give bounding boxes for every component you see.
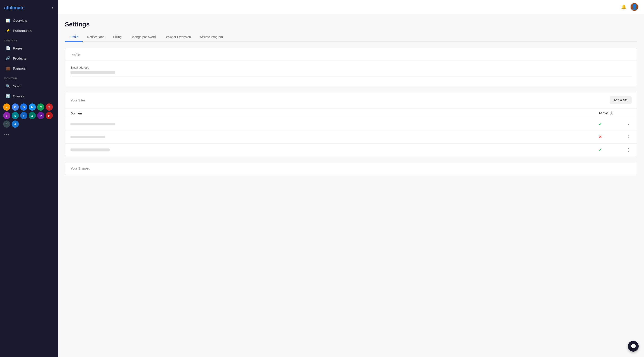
topbar: 🔔 👤: [58, 0, 644, 14]
active-cell: ✓: [593, 118, 620, 131]
partner-icons: aGBNCYVSFZPRJA: [0, 101, 58, 130]
sidebar-item-label: Products: [13, 57, 26, 60]
profile-section-title: Profile: [65, 48, 637, 61]
x-icon: ✕: [598, 135, 602, 139]
page-title: Settings: [65, 21, 637, 28]
sidebar-item-checks[interactable]: 🔄 Checks: [2, 92, 56, 101]
sidebar-item-pages[interactable]: 📄 Pages: [2, 44, 56, 53]
sidebar-item-label: Scan: [13, 84, 20, 88]
partner-icon-s2-partner[interactable]: S: [12, 112, 19, 119]
actions-column-header: [620, 109, 637, 118]
active-cell: ✕: [593, 131, 620, 144]
main-area: 🔔 👤 Settings Profile Notifications Billi…: [58, 0, 644, 357]
sidebar-header: affilimate ‹: [0, 0, 58, 16]
actions-cell: ⋮: [620, 144, 637, 156]
table-row: ✕ ⋮: [65, 131, 637, 144]
check-icon: ✓: [598, 148, 602, 152]
content-section-label: CONTENT: [0, 36, 58, 43]
row-menu-button[interactable]: ⋮: [626, 146, 632, 153]
snippet-section: Your Snippet: [65, 162, 637, 175]
sidebar-item-partners[interactable]: 💼 Partners: [2, 64, 56, 73]
checks-icon: 🔄: [6, 94, 10, 98]
snippet-card: Your Snippet: [65, 162, 637, 175]
sidebar-item-products[interactable]: 🔗 Products: [2, 54, 56, 63]
overview-icon: 📊: [6, 18, 10, 23]
email-form-group: Email address: [70, 66, 632, 76]
tab-browser-extension[interactable]: Browser Extension: [160, 33, 195, 42]
partner-icon-c-partner[interactable]: C: [37, 104, 44, 111]
scan-icon: 🔍: [6, 84, 10, 88]
domain-placeholder: [70, 149, 110, 151]
sidebar-item-label: Performance: [13, 29, 32, 33]
domain-cell: [65, 144, 593, 156]
snippet-title: Your Snippet: [70, 166, 90, 170]
sidebar-item-overview[interactable]: 📊 Overview: [2, 16, 56, 25]
add-site-button[interactable]: Add a site: [610, 96, 632, 104]
active-info-icon[interactable]: i: [610, 112, 613, 115]
row-menu-button[interactable]: ⋮: [626, 134, 632, 140]
tab-billing[interactable]: Billing: [109, 33, 126, 42]
notification-bell-icon[interactable]: 🔔: [621, 4, 626, 10]
partner-icon-b-partner[interactable]: B: [20, 104, 27, 111]
sidebar-item-label: Pages: [13, 46, 22, 50]
partners-icon: 💼: [6, 66, 10, 71]
partner-icon-p-partner[interactable]: P: [37, 112, 44, 119]
sites-card: Your Sites Add a site Domain Active i: [65, 92, 637, 156]
sites-title: Your Sites: [70, 98, 86, 102]
partner-icon-r-partner[interactable]: R: [46, 112, 53, 119]
partner-icon-a2-partner[interactable]: A: [12, 121, 19, 128]
performance-icon: ⚡: [6, 29, 10, 33]
tab-affiliate-program[interactable]: Affiliate Program: [195, 33, 227, 42]
domain-cell: [65, 118, 593, 131]
more-button[interactable]: ···: [0, 130, 58, 139]
monitor-section-label: MONITOR: [0, 74, 58, 81]
products-icon: 🔗: [6, 56, 10, 61]
active-cell: ✓: [593, 144, 620, 156]
collapse-button[interactable]: ‹: [51, 5, 54, 11]
table-row: ✓ ⋮: [65, 144, 637, 156]
table-row: ✓ ⋮: [65, 118, 637, 131]
partner-icon-amazon[interactable]: a: [3, 104, 10, 111]
partner-icon-j-partner[interactable]: J: [3, 121, 10, 128]
tab-notifications[interactable]: Notifications: [83, 33, 109, 42]
profile-card-body: Email address: [65, 61, 637, 86]
profile-card: Profile Email address: [65, 48, 637, 86]
partner-icon-y-partner[interactable]: Y: [46, 104, 53, 111]
content-area: Settings Profile Notifications Billing C…: [58, 14, 644, 357]
partner-icon-google[interactable]: G: [12, 104, 19, 111]
sites-header: Your Sites Add a site: [65, 92, 637, 108]
actions-cell: ⋮: [620, 118, 637, 131]
chat-button[interactable]: 💬: [628, 341, 639, 352]
partner-icon-v-partner[interactable]: V: [3, 112, 10, 119]
sidebar-item-performance[interactable]: ⚡ Performance: [2, 26, 56, 35]
chat-icon: 💬: [630, 343, 636, 349]
sidebar-item-label: Checks: [13, 94, 24, 98]
sites-table: Domain Active i ✓: [65, 108, 637, 156]
sidebar: affilimate ‹ 📊 Overview ⚡ Performance CO…: [0, 0, 58, 357]
tab-profile[interactable]: Profile: [65, 33, 83, 42]
sidebar-item-label: Overview: [13, 19, 27, 23]
domain-cell: [65, 131, 593, 144]
check-icon: ✓: [598, 122, 602, 127]
actions-cell: ⋮: [620, 131, 637, 144]
logo: affilimate: [4, 5, 24, 11]
pages-icon: 📄: [6, 46, 10, 50]
domain-column-header: Domain: [65, 109, 593, 118]
partner-icon-z-partner[interactable]: Z: [29, 112, 36, 119]
sidebar-item-label: Partners: [13, 67, 26, 70]
partner-icon-f-partner[interactable]: F: [20, 112, 27, 119]
active-column-header: Active i: [593, 109, 620, 118]
tab-change-password[interactable]: Change password: [126, 33, 160, 42]
email-label: Email address: [70, 66, 632, 69]
domain-placeholder: [70, 136, 105, 138]
domain-placeholder: [70, 123, 115, 125]
email-input-placeholder: [70, 71, 115, 74]
row-menu-button[interactable]: ⋮: [626, 121, 632, 128]
settings-tabs: Profile Notifications Billing Change pas…: [65, 33, 637, 42]
partner-icon-n-partner[interactable]: N: [29, 104, 36, 111]
sidebar-item-scan[interactable]: 🔍 Scan: [2, 82, 56, 91]
avatar[interactable]: 👤: [630, 3, 639, 11]
